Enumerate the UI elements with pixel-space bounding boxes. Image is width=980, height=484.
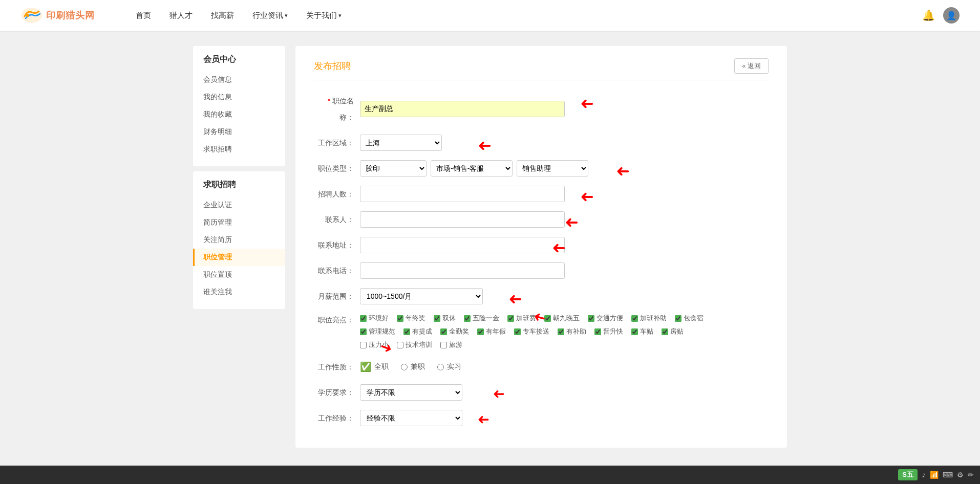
sidebar-section-recruit: 求职招聘 企业认证 简历管理 关注简历 职位管理 职位置顶 谁关注我: [193, 171, 285, 309]
sidebar-item-who-follows[interactable]: 谁关注我: [193, 283, 285, 301]
avatar[interactable]: 👤: [943, 7, 960, 24]
svg-point-1: [26, 14, 29, 17]
arrow-recruit-num: ➜: [580, 187, 594, 206]
bell-icon[interactable]: 🔔: [922, 9, 935, 21]
work-nature-fulltime[interactable]: ✅ 全职: [360, 361, 389, 372]
highlight-quanqin[interactable]: 全勤奖: [440, 327, 469, 336]
publish-form: * 职位名称： ➜ 工作区域： 上海 北京 广州 深圳 杭州 ➜: [314, 93, 769, 426]
highlight-jiaotong[interactable]: 交通方便: [588, 314, 623, 323]
nav-hunt[interactable]: 猎人才: [169, 11, 193, 20]
education-label: 学历要求：: [314, 384, 360, 401]
highlight-guanli[interactable]: 管理规范: [360, 327, 395, 336]
phone-input[interactable]: [360, 262, 565, 279]
highlight-jishu[interactable]: 技术培训: [397, 340, 432, 349]
sidebar-item-position-top[interactable]: 职位置顶: [193, 266, 285, 283]
arrow-contact: ➜: [565, 212, 579, 232]
logo[interactable]: 印刷猎头网: [20, 6, 95, 25]
work-nature-label: 工作性质：: [314, 359, 360, 375]
recruit-num-label: 招聘人数：: [314, 186, 360, 202]
salary-select[interactable]: 1000~1500/月 1500~2000/月 2000~3000/月 3000…: [360, 288, 483, 304]
main-nav: 首页 猎人才 找高薪 行业资讯 ▾ 关于我们 ▾: [136, 11, 342, 20]
contact-input[interactable]: [360, 211, 565, 228]
education-row: 学历要求： 学历不限 高中 大专 本科 硕士 博士 ➜: [314, 384, 769, 401]
work-nature-intern[interactable]: 实习: [437, 362, 461, 371]
nav-industry[interactable]: 行业资讯 ▾: [252, 11, 288, 20]
taskbar-s-icon[interactable]: S五: [898, 469, 918, 478]
highlight-baoshisu[interactable]: 包食宿: [675, 314, 704, 323]
highlight-jiabanbuzhu[interactable]: 加班补助: [631, 314, 667, 323]
address-input[interactable]: [360, 237, 565, 253]
header: 印刷猎头网 首页 猎人才 找高薪 行业资讯 ▾ 关于我们 ▾ 🔔 👤: [0, 0, 980, 31]
highlight-lvyou[interactable]: 旅游: [440, 340, 462, 349]
highlight-nianzhongjian[interactable]: 年终奖: [397, 314, 425, 323]
highlight-huanjinghao[interactable]: 环境好: [360, 314, 389, 323]
work-nature-parttime[interactable]: 兼职: [401, 362, 425, 371]
sidebar-item-finance[interactable]: 财务明细: [193, 123, 285, 141]
highlight-youbuzhu[interactable]: 有补助: [558, 327, 586, 336]
sidebar-section1-title: 会员中心: [193, 54, 285, 71]
nav-highsalary[interactable]: 找高薪: [211, 11, 234, 20]
sidebar-item-my-info[interactable]: 我的信息: [193, 89, 285, 106]
experience-label: 工作经验：: [314, 410, 360, 426]
sidebar-item-member-info[interactable]: 会员信息: [193, 71, 285, 89]
sidebar-item-favorites[interactable]: 我的收藏: [193, 106, 285, 123]
taskbar: S五 ♪ 📶 ⌨ ⚙ ✏: [0, 466, 980, 478]
experience-select[interactable]: 经验不限 1年以下 1-3年 3-5年 5年以上: [360, 410, 462, 426]
experience-row: 工作经验： 经验不限 1年以下 1-3年 3-5年 5年以上 ➜: [314, 410, 769, 426]
job-type-select-1[interactable]: 胶印 数码印刷 丝网印刷: [360, 160, 427, 177]
sidebar-item-follow-resume[interactable]: 关注简历: [193, 231, 285, 249]
phone-row: 联系电话：: [314, 262, 769, 279]
sidebar: 会员中心 会员信息 我的信息 我的收藏 财务明细 求职招聘 求职招聘 企业认证 …: [193, 46, 285, 448]
arrow-work-area: ➜: [478, 136, 492, 155]
work-nature-row: 工作性质： ✅ 全职 兼职 实习: [314, 359, 769, 375]
arrow-experience: ➜: [478, 411, 489, 428]
contact-label: 联系人：: [314, 211, 360, 228]
job-name-label: * 职位名称：: [314, 93, 360, 125]
job-type-select-2[interactable]: 市场-销售-客服 生产管理 技术研发: [431, 160, 513, 177]
sidebar-item-resume-mgr[interactable]: 简历管理: [193, 214, 285, 231]
education-select[interactable]: 学历不限 高中 大专 本科 硕士 博士: [360, 384, 462, 401]
highlight-jiabanjin[interactable]: 加班费: [507, 314, 536, 323]
phone-label: 联系电话：: [314, 262, 360, 279]
highlight-chetie[interactable]: 车贴: [631, 327, 653, 336]
highlight-zhuanche[interactable]: 专车接送: [514, 327, 549, 336]
arrow-salary: ➜: [508, 289, 522, 309]
taskbar-settings-icon[interactable]: ⚙: [957, 471, 964, 478]
recruit-num-input[interactable]: [360, 186, 565, 202]
nav-home[interactable]: 首页: [136, 11, 151, 20]
sidebar-section2-title: 求职招聘: [193, 180, 285, 196]
address-row: 联系地址： ➜: [314, 237, 769, 253]
nav-about[interactable]: 关于我们 ▾: [306, 11, 342, 20]
highlight-fangtie[interactable]: 房贴: [662, 327, 684, 336]
logo-icon: [20, 6, 43, 25]
address-label: 联系地址：: [314, 237, 360, 253]
job-name-input[interactable]: [360, 101, 565, 117]
sidebar-item-enterprise[interactable]: 企业认证: [193, 196, 285, 214]
highlight-jinshengg[interactable]: 晋升快: [594, 327, 623, 336]
recruit-num-row: 招聘人数： ➜: [314, 186, 769, 202]
page-title: 发布招聘: [314, 60, 351, 72]
taskbar-wifi-icon[interactable]: 📶: [930, 471, 939, 478]
back-button[interactable]: « 返回: [734, 58, 769, 74]
job-type-select-3[interactable]: 销售助理 销售经理 市场专员: [517, 160, 588, 177]
highlight-wuxian[interactable]: 五险一金: [464, 314, 499, 323]
highlights-row: 职位亮点： 环境好 年终奖 双休 五险一金 加班费 朝九晚五 交通方便 加班补助…: [314, 314, 769, 349]
sidebar-item-job-recruit[interactable]: 求职招聘: [193, 141, 285, 158]
work-area-select[interactable]: 上海 北京 广州 深圳 杭州: [360, 135, 442, 151]
highlight-youchengji[interactable]: 有提成: [403, 327, 432, 336]
highlight-younianji[interactable]: 有年假: [477, 327, 506, 336]
highlight-shuangxiu[interactable]: 双休: [434, 314, 456, 323]
job-name-row: * 职位名称： ➜: [314, 93, 769, 125]
sidebar-item-position-mgr[interactable]: 职位管理: [193, 249, 285, 266]
contact-row: 联系人： ➜: [314, 211, 769, 228]
job-type-label: 职位类型：: [314, 160, 360, 177]
work-area-label: 工作区域：: [314, 135, 360, 151]
job-type-row: 职位类型： 胶印 数码印刷 丝网印刷 市场-销售-客服 生产管理 技术研发 销售…: [314, 160, 769, 177]
taskbar-keyboard-icon[interactable]: ⌨: [943, 471, 953, 478]
arrow-job-name: ➜: [580, 94, 594, 113]
salary-row: 月薪范围： 1000~1500/月 1500~2000/月 2000~3000/…: [314, 288, 769, 304]
highlight-zhaojiu[interactable]: 朝九晚五: [544, 314, 580, 323]
arrow-education: ➜: [493, 385, 505, 402]
taskbar-pencil-icon[interactable]: ✏: [968, 471, 974, 478]
taskbar-music-icon[interactable]: ♪: [922, 470, 926, 478]
